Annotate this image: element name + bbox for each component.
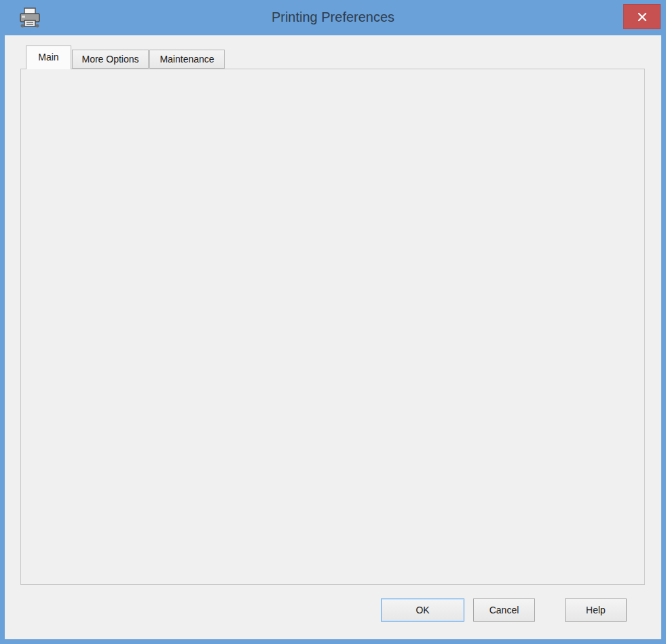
cancel-button[interactable]: Cancel [473, 598, 535, 622]
tab-maintenance[interactable]: Maintenance [149, 50, 225, 69]
ok-button[interactable]: OK [381, 598, 464, 622]
help-button[interactable]: Help [565, 598, 627, 622]
printer-icon [18, 7, 42, 29]
printing-preferences-window: Printing Preferences Main More Options M… [0, 0, 666, 644]
titlebar: Printing Preferences [0, 0, 666, 35]
tab-main[interactable]: Main [26, 46, 71, 69]
close-button[interactable] [623, 4, 661, 29]
close-icon [637, 12, 648, 22]
window-title: Printing Preferences [0, 0, 666, 34]
tab-more-options[interactable]: More Options [72, 50, 149, 69]
main-tab-page [20, 69, 645, 585]
